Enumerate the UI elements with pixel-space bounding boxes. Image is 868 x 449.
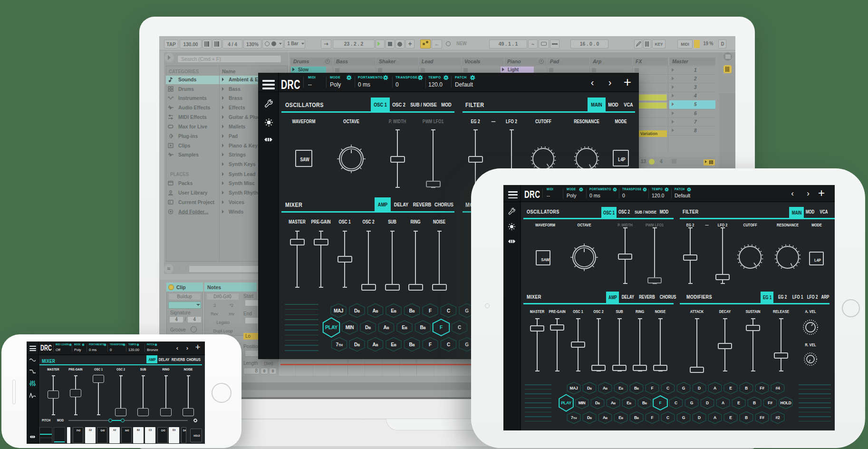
svg-text:PLAY: PLAY <box>561 400 571 405</box>
svg-text:#4: #4 <box>776 386 780 390</box>
svg-text:#2: #2 <box>776 415 780 420</box>
svg-text:A: A <box>714 415 716 420</box>
svg-text:BB: BB <box>409 342 415 347</box>
svg-text:EB: EB <box>402 325 407 330</box>
svg-text:C: C <box>666 386 669 390</box>
svg-text:E: E <box>729 415 732 420</box>
svg-text:B: B <box>745 415 748 420</box>
svg-text:DB: DB <box>595 400 600 405</box>
svg-text:C: C <box>666 415 669 420</box>
svg-text:BB: BB <box>634 386 639 390</box>
svg-text:F: F <box>429 308 432 313</box>
svg-text:A: A <box>714 386 716 390</box>
svg-text:7TH: 7TH <box>571 415 577 420</box>
svg-text:MAJ: MAJ <box>569 386 578 390</box>
svg-text:EB: EB <box>618 415 623 420</box>
svg-text:AB: AB <box>603 386 608 390</box>
svg-text:C: C <box>447 342 450 347</box>
svg-text:F: F <box>429 342 432 347</box>
svg-text:HOLD: HOLD <box>781 400 791 405</box>
svg-text:D: D <box>698 386 701 390</box>
svg-text:G: G <box>682 415 685 420</box>
svg-text:G: G <box>682 386 685 390</box>
svg-text:E: E <box>729 386 732 390</box>
svg-text:EB: EB <box>627 400 631 405</box>
svg-text:F#: F# <box>760 386 764 390</box>
svg-text:C: C <box>675 400 677 405</box>
svg-text:BB: BB <box>642 400 647 405</box>
svg-text:AB: AB <box>603 415 608 420</box>
svg-text:F: F <box>659 400 662 405</box>
svg-text:MIN: MIN <box>579 400 586 405</box>
svg-text:F#: F# <box>768 400 772 405</box>
svg-text:F: F <box>651 415 654 420</box>
svg-text:EB: EB <box>391 342 396 347</box>
svg-text:BB: BB <box>634 415 639 420</box>
svg-text:F: F <box>651 386 654 390</box>
svg-text:C: C <box>458 325 461 330</box>
svg-text:D: D <box>706 400 709 405</box>
svg-text:BB: BB <box>420 325 426 330</box>
svg-text:EB: EB <box>391 308 396 313</box>
svg-text:MAJ: MAJ <box>334 308 343 313</box>
svg-text:PLAY: PLAY <box>325 324 338 330</box>
svg-text:DB: DB <box>354 308 360 313</box>
svg-text:G: G <box>465 308 469 313</box>
svg-text:B: B <box>745 386 748 390</box>
svg-text:7TH: 7TH <box>336 342 342 347</box>
svg-text:MIN: MIN <box>346 325 354 330</box>
svg-text:DB: DB <box>587 386 592 390</box>
svg-text:EB: EB <box>618 386 623 390</box>
svg-text:BB: BB <box>409 308 415 313</box>
svg-text:AB: AB <box>384 325 389 330</box>
svg-text:AB: AB <box>373 308 378 313</box>
svg-text:G: G <box>465 342 469 347</box>
svg-text:F#: F# <box>760 415 764 420</box>
svg-text:G: G <box>690 400 694 405</box>
svg-text:DB: DB <box>587 415 592 420</box>
svg-text:AB: AB <box>373 342 378 347</box>
svg-text:F: F <box>440 325 443 330</box>
svg-text:E: E <box>737 400 740 405</box>
svg-text:C: C <box>447 308 450 313</box>
svg-text:B: B <box>753 400 756 405</box>
svg-text:AB: AB <box>611 400 616 405</box>
svg-text:DB: DB <box>354 342 360 347</box>
svg-text:DB: DB <box>365 325 371 330</box>
svg-text:A: A <box>722 400 724 405</box>
svg-text:D: D <box>698 415 701 420</box>
